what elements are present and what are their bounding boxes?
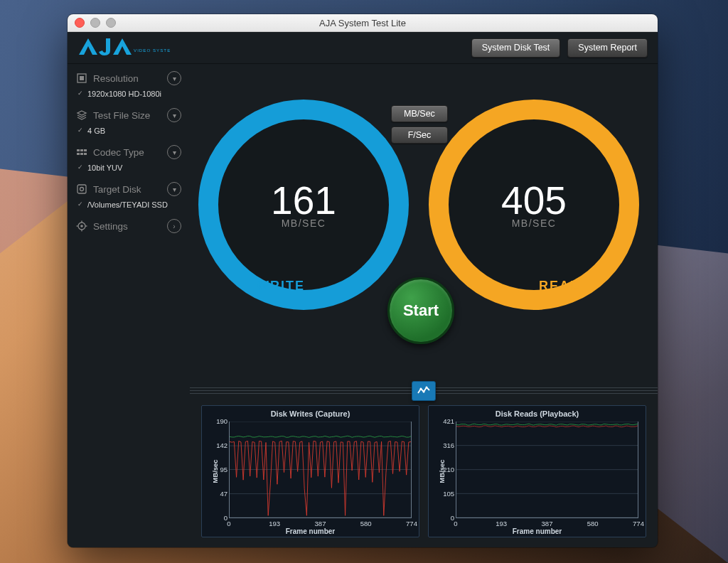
svg-rect-2: [80, 76, 84, 80]
ytick-label: 210: [439, 466, 454, 473]
minimize-icon: [90, 18, 100, 28]
write-value: 161: [271, 181, 336, 220]
sidebar-item-settings[interactable]: Settings ›: [68, 215, 190, 236]
xtick-label: 193: [496, 520, 507, 527]
gear-icon: [76, 220, 87, 232]
disk-reads-chart: Disk Reads (Playback) MB/sec Frame numbe…: [428, 405, 646, 537]
app-header: VIDEO SYSTEMS System Disk Test System Re…: [68, 32, 658, 64]
target-disk-value: /Volumes/TEYADI SSD: [68, 199, 190, 215]
chevron-down-icon: ▾: [167, 145, 181, 159]
unit-toggle: MB/Sec F/Sec: [391, 105, 448, 144]
chart-title: Disk Reads (Playback): [429, 406, 646, 419]
sidebar-item-label: Codec Type: [93, 147, 144, 158]
layers-icon: [76, 109, 87, 121]
sidebar-item-test-file-size[interactable]: Test File Size ▾: [68, 104, 190, 125]
sidebar-item-label: Settings: [93, 221, 128, 232]
chevron-right-icon: ›: [167, 219, 181, 233]
start-button[interactable]: Start: [387, 277, 454, 344]
xtick-label: 580: [587, 520, 599, 527]
divider: [190, 385, 658, 400]
ytick-label: 0: [212, 514, 228, 522]
sidebar-item-codec-type[interactable]: Codec Type ▾: [68, 141, 190, 162]
write-unit: MB/SEC: [282, 218, 326, 229]
sidebar: Resolution ▾ 1920x1080 HD-1080i Test Fil…: [68, 64, 190, 547]
ytick-label: 0: [439, 514, 454, 522]
read-unit: MB/SEC: [512, 218, 557, 229]
svg-point-12: [80, 225, 83, 227]
zoom-icon: [106, 18, 116, 28]
svg-text:VIDEO SYSTEMS: VIDEO SYSTEMS: [134, 48, 170, 53]
window-title: AJA System Test Lite: [68, 18, 658, 28]
xtick-label: 580: [360, 520, 372, 527]
disk-icon: [76, 183, 87, 195]
read-gauge: 405 MB/SEC: [429, 100, 639, 310]
xtick-label: 193: [269, 520, 280, 527]
svg-point-17: [420, 388, 422, 390]
svg-point-10: [80, 188, 84, 191]
svg-rect-3: [77, 149, 80, 151]
system-disk-test-button[interactable]: System Disk Test: [471, 38, 561, 58]
sidebar-item-label: Test File Size: [93, 110, 150, 121]
read-value: 405: [501, 181, 567, 220]
svg-rect-7: [80, 153, 83, 155]
resolution-value: 1920x1080 HD-1080i: [68, 88, 190, 104]
app-window: AJA System Test Lite VIDEO SYSTEMS Syste…: [68, 14, 658, 547]
write-label: WRITE: [257, 279, 305, 294]
aja-logo: VIDEO SYSTEMS: [77, 36, 170, 59]
chart-xlabel: Frame number: [429, 527, 646, 535]
plot-area: [229, 422, 412, 518]
ytick-label: 105: [439, 490, 454, 498]
codec-icon: [76, 146, 87, 158]
xtick-label: 0: [227, 520, 230, 527]
xtick-label: 0: [454, 520, 457, 527]
ytick-label: 421: [439, 417, 454, 425]
svg-rect-5: [84, 149, 87, 151]
traffic-lights: [75, 18, 116, 28]
svg-point-18: [423, 391, 425, 393]
sidebar-item-target-disk[interactable]: Target Disk ▾: [68, 178, 190, 199]
xtick-label: 774: [633, 520, 644, 527]
disk-writes-chart: Disk Writes (Capture) MB/sec Frame numbe…: [201, 405, 419, 537]
ytick-label: 190: [212, 417, 228, 425]
charts-row: Disk Writes (Capture) MB/sec Frame numbe…: [190, 405, 658, 547]
close-icon[interactable]: [75, 18, 85, 28]
svg-point-19: [426, 387, 428, 389]
chevron-down-icon: ▾: [167, 108, 181, 122]
ytick-label: 316: [439, 441, 454, 449]
svg-rect-6: [77, 153, 80, 155]
sidebar-item-resolution[interactable]: Resolution ▾: [68, 67, 190, 88]
ytick-label: 142: [212, 441, 228, 449]
unit-fsec-button[interactable]: F/Sec: [391, 127, 448, 144]
titlebar[interactable]: AJA System Test Lite: [68, 14, 658, 32]
chevron-down-icon: ▾: [167, 182, 181, 196]
svg-rect-9: [77, 185, 86, 193]
xtick-label: 387: [315, 520, 326, 527]
ytick-label: 95: [212, 466, 228, 473]
codec-type-value: 10bit YUV: [68, 162, 190, 178]
main-panel: 161 MB/SEC WRITE 405 MB/SEC READ MB/Sec …: [190, 64, 658, 547]
xtick-label: 774: [406, 520, 417, 527]
chart-title: Disk Writes (Capture): [202, 406, 419, 419]
chart-xlabel: Frame number: [202, 527, 419, 535]
plot-area: [456, 422, 638, 518]
svg-rect-4: [80, 149, 83, 151]
system-report-button[interactable]: System Report: [567, 38, 648, 58]
xtick-label: 387: [542, 520, 553, 527]
svg-rect-8: [84, 153, 87, 155]
sidebar-item-label: Resolution: [93, 73, 139, 84]
chevron-down-icon: ▾: [167, 71, 181, 85]
graph-tab-icon[interactable]: [412, 381, 436, 401]
ytick-label: 47: [212, 490, 228, 498]
test-file-size-value: 4 GB: [68, 125, 190, 141]
unit-mbsec-button[interactable]: MB/Sec: [391, 105, 448, 122]
sidebar-item-label: Target Disk: [93, 184, 141, 195]
read-label: READ: [539, 279, 581, 294]
resolution-icon: [76, 73, 87, 84]
